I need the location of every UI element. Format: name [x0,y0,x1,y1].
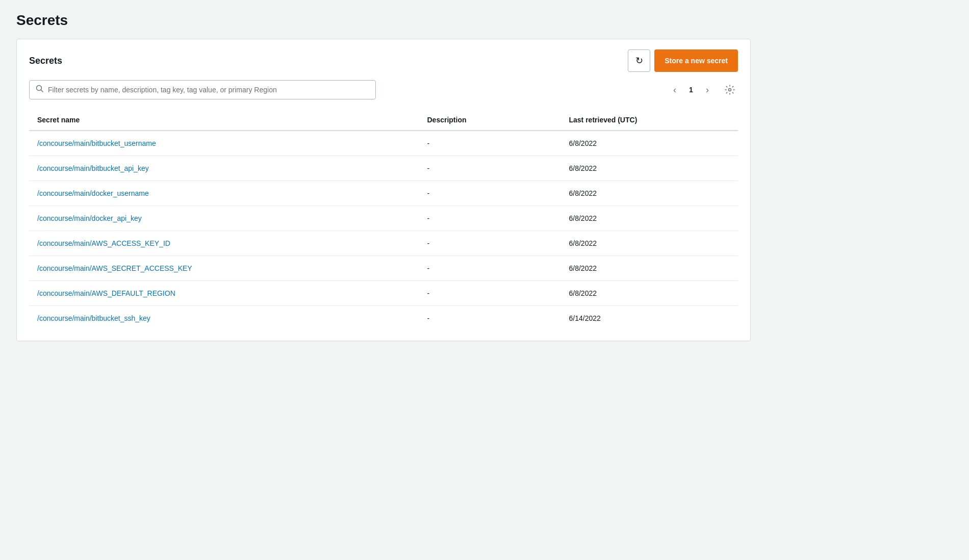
secret-last-retrieved: 6/14/2022 [561,306,738,331]
search-input[interactable] [48,86,369,94]
settings-icon[interactable] [722,82,738,98]
secret-name-link[interactable]: /concourse/main/AWS_SECRET_ACCESS_KEY [37,264,192,272]
secret-last-retrieved: 6/8/2022 [561,231,738,256]
column-header-name: Secret name [29,110,419,131]
column-header-description: Description [419,110,561,131]
secrets-panel: Secrets ↻ Store a new secret [16,39,751,341]
secret-last-retrieved: 6/8/2022 [561,156,738,181]
secret-last-retrieved: 6/8/2022 [561,256,738,281]
secret-name-link[interactable]: /concourse/main/docker_api_key [37,214,142,222]
secret-name-link[interactable]: /concourse/main/bitbucket_api_key [37,164,149,172]
secret-name-link[interactable]: /concourse/main/bitbucket_ssh_key [37,314,150,322]
table-header-row: Secret name Description Last retrieved (… [29,110,738,131]
table-row: /concourse/main/AWS_DEFAULT_REGION-6/8/2… [29,281,738,306]
pagination-prev-button[interactable]: ‹ [667,82,683,98]
secret-name-link[interactable]: /concourse/main/AWS_ACCESS_KEY_ID [37,239,170,247]
header-actions: ↻ Store a new secret [628,49,738,72]
secret-description: - [419,231,561,256]
table-row: /concourse/main/docker_api_key-6/8/2022 [29,206,738,231]
chevron-right-icon: › [706,85,709,95]
pagination-next-button[interactable]: › [699,82,716,98]
panel-header: Secrets ↻ Store a new secret [29,49,738,72]
table-row: /concourse/main/AWS_ACCESS_KEY_ID-6/8/20… [29,231,738,256]
column-header-last-retrieved: Last retrieved (UTC) [561,110,738,131]
secret-last-retrieved: 6/8/2022 [561,281,738,306]
table-row: /concourse/main/bitbucket_api_key-6/8/20… [29,156,738,181]
search-input-wrapper [29,80,376,99]
secret-name-link[interactable]: /concourse/main/docker_username [37,189,149,197]
search-bar-row: ‹ 1 › [29,80,738,99]
svg-point-2 [729,89,731,91]
secret-description: - [419,181,561,206]
secrets-table: Secret name Description Last retrieved (… [29,110,738,330]
secret-last-retrieved: 6/8/2022 [561,131,738,156]
panel-title: Secrets [29,56,62,66]
table-row: /concourse/main/AWS_SECRET_ACCESS_KEY-6/… [29,256,738,281]
table-row: /concourse/main/docker_username-6/8/2022 [29,181,738,206]
secret-description: - [419,131,561,156]
secret-description: - [419,256,561,281]
secret-name-link[interactable]: /concourse/main/bitbucket_username [37,139,156,147]
page-title: Secrets [16,12,953,29]
pagination-controls: ‹ 1 › [667,82,738,98]
pagination-current-page: 1 [687,86,695,94]
refresh-icon: ↻ [635,55,643,66]
refresh-button[interactable]: ↻ [628,49,650,72]
chevron-left-icon: ‹ [673,85,676,95]
secret-last-retrieved: 6/8/2022 [561,206,738,231]
secret-description: - [419,206,561,231]
secret-last-retrieved: 6/8/2022 [561,181,738,206]
search-icon [36,85,44,95]
secret-description: - [419,306,561,331]
svg-line-1 [41,90,43,92]
secret-description: - [419,156,561,181]
store-secret-button[interactable]: Store a new secret [654,49,738,72]
table-row: /concourse/main/bitbucket_ssh_key-6/14/2… [29,306,738,331]
secret-description: - [419,281,561,306]
secret-name-link[interactable]: /concourse/main/AWS_DEFAULT_REGION [37,289,175,297]
table-row: /concourse/main/bitbucket_username-6/8/2… [29,131,738,156]
